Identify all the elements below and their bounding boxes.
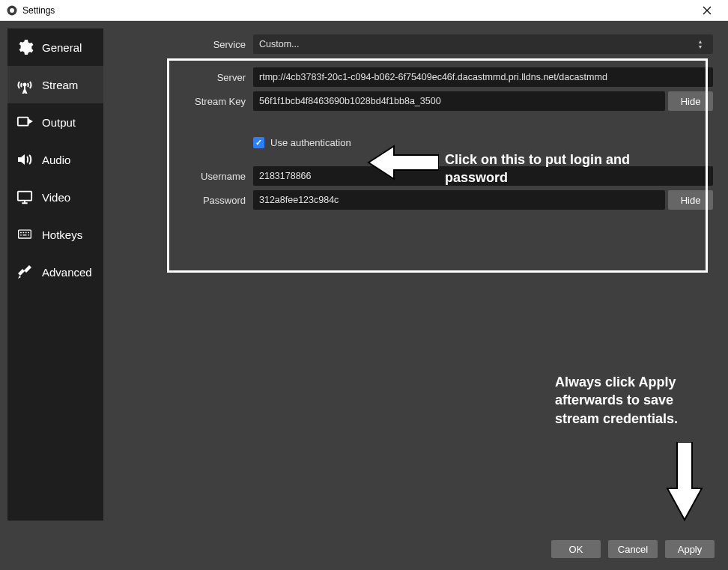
stream-key-input[interactable] [253, 91, 665, 111]
sidebar-item-audio[interactable]: Audio [7, 141, 103, 178]
sidebar-item-label: Advanced [42, 266, 92, 279]
password-input[interactable] [253, 190, 665, 210]
window-title: Settings [22, 5, 55, 16]
highlight-box [167, 58, 708, 273]
use-authentication-label[interactable]: Use authentication [270, 137, 351, 148]
sidebar-item-label: Stream [42, 79, 78, 91]
sidebar-item-video[interactable]: Video [7, 178, 103, 216]
username-label: Username [111, 171, 253, 182]
service-value: Custom... [259, 39, 300, 49]
password-label: Password [111, 195, 253, 206]
username-input[interactable] [253, 166, 713, 186]
cancel-button[interactable]: Cancel [608, 540, 658, 558]
svg-text:A: A [23, 89, 26, 94]
sidebar-item-label: Hotkeys [42, 228, 82, 241]
svg-rect-6 [19, 230, 31, 238]
arrow-down-icon [666, 442, 703, 524]
stream-key-hide-button[interactable]: Hide [668, 91, 713, 111]
svg-rect-5 [18, 192, 31, 201]
use-authentication-checkbox[interactable]: ✓ [253, 137, 264, 148]
sidebar-item-general[interactable]: General [7, 28, 103, 66]
app-icon [6, 4, 18, 16]
sidebar-item-advanced[interactable]: Advanced [7, 253, 103, 291]
server-label: Server [111, 72, 253, 83]
monitor-icon [15, 188, 34, 206]
svg-rect-4 [18, 118, 28, 126]
password-hide-button[interactable]: Hide [668, 190, 713, 210]
close-button[interactable] [692, 0, 722, 21]
apply-button[interactable]: Apply [665, 540, 715, 558]
sidebar-item-stream[interactable]: A Stream [7, 66, 103, 103]
server-input[interactable] [253, 67, 713, 87]
sidebar-item-label: Output [42, 116, 76, 129]
sidebar-item-label: Video [42, 191, 70, 204]
sidebar-item-label: General [42, 41, 82, 54]
antenna-icon: A [15, 76, 34, 94]
gear-icon [15, 38, 34, 56]
keyboard-icon [15, 225, 34, 243]
stream-key-label: Stream Key [111, 96, 253, 107]
sidebar: General A Stream Output Audio [7, 28, 103, 521]
service-dropdown[interactable]: Custom... ▲▼ [253, 34, 713, 54]
footer: OK Cancel Apply [0, 528, 728, 570]
dropdown-arrows-icon: ▲▼ [694, 39, 707, 49]
sidebar-item-output[interactable]: Output [7, 103, 103, 141]
tools-icon [15, 263, 34, 281]
ok-button[interactable]: OK [551, 540, 601, 558]
service-label: Service [111, 39, 253, 50]
annotation-apply-hint: Always click Apply afterwards to save st… [555, 373, 712, 428]
output-icon [15, 113, 34, 131]
svg-point-1 [10, 8, 14, 13]
titlebar: Settings [0, 0, 728, 21]
sidebar-item-hotkeys[interactable]: Hotkeys [7, 216, 103, 253]
sidebar-item-label: Audio [42, 154, 70, 166]
settings-panel: Service Custom... ▲▼ Server Stream Key [103, 28, 721, 521]
speaker-icon [15, 151, 34, 169]
